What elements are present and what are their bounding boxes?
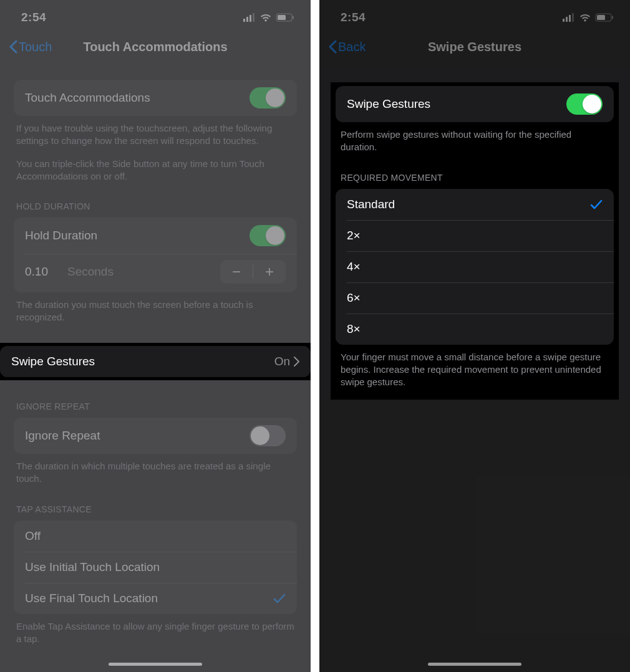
- left-screenshot: 2:54 Touch Touch Accommodations Touch A: [0, 0, 311, 672]
- footer-text: The duration in which multiple touches a…: [14, 454, 297, 486]
- swipe-gestures-toggle-group: Swipe Gestures: [336, 86, 614, 122]
- section-header: TAP ASSISTANCE: [14, 486, 297, 521]
- row-value: On: [274, 355, 290, 368]
- tap-assist-option[interactable]: Use Initial Touch Location: [14, 552, 297, 583]
- toggle-on-icon[interactable]: [566, 94, 603, 115]
- hold-duration-group: Hold Duration 0.10 Seconds − +: [14, 218, 297, 292]
- movement-option[interactable]: 8×: [336, 314, 614, 345]
- svg-rect-1: [246, 17, 248, 22]
- row-label: Touch Accommodations: [25, 91, 250, 105]
- section-header: HOLD DURATION: [14, 183, 297, 218]
- stepper: − +: [220, 260, 286, 284]
- svg-rect-8: [566, 17, 568, 22]
- row-label: Off: [25, 529, 286, 543]
- checkmark-icon: [273, 593, 286, 604]
- svg-rect-3: [253, 13, 254, 22]
- status-time: 2:54: [341, 11, 366, 24]
- hold-duration-value: 0.10: [25, 265, 61, 279]
- required-movement-group: Standard 2× 4× 6× 8×: [336, 189, 614, 345]
- cellular-icon: [243, 13, 256, 22]
- back-button[interactable]: Back: [328, 40, 366, 54]
- nav-bar: Touch Touch Accommodations: [0, 30, 311, 64]
- status-time: 2:54: [21, 11, 46, 24]
- movement-option[interactable]: 2×: [336, 220, 614, 251]
- hold-duration-unit: Seconds: [61, 265, 220, 279]
- ignore-repeat-group: Ignore Repeat: [14, 418, 297, 454]
- footer-text: If you have trouble using the touchscree…: [14, 116, 297, 148]
- footer-text: Your finger must move a small distance b…: [336, 345, 614, 389]
- home-indicator[interactable]: [109, 663, 202, 666]
- nav-title: Swipe Gestures: [319, 40, 630, 54]
- battery-icon: [276, 13, 294, 22]
- chevron-left-icon: [328, 40, 337, 54]
- footer-text: The duration you must touch the screen b…: [14, 292, 297, 324]
- touch-accommodations-group: Touch Accommodations: [14, 80, 297, 116]
- touch-accommodations-toggle-row[interactable]: Touch Accommodations: [14, 80, 297, 116]
- tap-assistance-group: Off Use Initial Touch Location Use Final…: [14, 521, 297, 614]
- section-header: REQUIRED MOVEMENT: [336, 154, 614, 189]
- chevron-right-icon: [294, 357, 299, 367]
- swipe-gestures-toggle-row[interactable]: Swipe Gestures: [336, 86, 614, 122]
- swipe-gestures-group: Swipe Gestures On: [0, 346, 311, 377]
- right-screenshot: 2:54 Back Swipe Gestures Swipe: [319, 0, 630, 672]
- hold-duration-toggle-row[interactable]: Hold Duration: [14, 218, 297, 254]
- hold-duration-stepper-row: 0.10 Seconds − +: [14, 254, 297, 292]
- row-label: 2×: [347, 229, 603, 242]
- svg-rect-10: [572, 13, 574, 22]
- row-label: Use Initial Touch Location: [25, 560, 286, 574]
- svg-rect-13: [612, 16, 613, 19]
- back-label: Touch: [19, 40, 52, 54]
- svg-rect-0: [243, 19, 245, 22]
- status-bar: 2:54: [319, 0, 630, 30]
- back-label: Back: [338, 40, 366, 54]
- svg-rect-6: [293, 16, 294, 19]
- row-label: Use Final Touch Location: [25, 592, 273, 605]
- toggle-on-icon[interactable]: [250, 225, 286, 246]
- row-label: 8×: [347, 322, 603, 336]
- stepper-minus-button[interactable]: −: [220, 260, 253, 284]
- movement-option[interactable]: Standard: [336, 189, 614, 220]
- row-label: Standard: [347, 198, 590, 211]
- row-label: 6×: [347, 291, 603, 305]
- row-label: Hold Duration: [25, 229, 250, 242]
- swipe-gestures-row[interactable]: Swipe Gestures On: [0, 346, 311, 377]
- movement-option[interactable]: 4×: [336, 251, 614, 282]
- footer-text: Perform swipe gestures without waiting f…: [336, 122, 614, 154]
- footer-text: Enable Tap Assistance to allow any singl…: [14, 614, 297, 646]
- svg-rect-9: [569, 15, 571, 22]
- svg-rect-2: [250, 15, 251, 22]
- toggle-off-icon[interactable]: [250, 425, 286, 446]
- wifi-icon: [579, 13, 591, 22]
- stepper-plus-button[interactable]: +: [253, 260, 286, 284]
- nav-bar: Back Swipe Gestures: [319, 30, 630, 64]
- toggle-on-icon[interactable]: [250, 87, 286, 108]
- row-label: Ignore Repeat: [25, 429, 250, 443]
- movement-option[interactable]: 6×: [336, 282, 614, 314]
- ignore-repeat-toggle-row[interactable]: Ignore Repeat: [14, 418, 297, 454]
- svg-rect-12: [597, 15, 605, 20]
- row-label: 4×: [347, 260, 603, 274]
- row-label: Swipe Gestures: [347, 97, 566, 111]
- section-header: IGNORE REPEAT: [14, 383, 297, 418]
- status-bar: 2:54: [0, 0, 311, 30]
- battery-icon: [595, 13, 614, 22]
- wifi-icon: [259, 13, 272, 22]
- svg-rect-7: [563, 19, 565, 22]
- home-indicator[interactable]: [428, 663, 521, 666]
- cellular-icon: [563, 13, 575, 22]
- svg-rect-5: [278, 15, 286, 20]
- row-label: Swipe Gestures: [11, 355, 274, 368]
- footer-text: You can triple-click the Side button at …: [14, 148, 297, 183]
- tap-assist-option[interactable]: Off: [14, 521, 297, 552]
- checkmark-icon: [590, 199, 603, 210]
- back-button[interactable]: Touch: [9, 40, 52, 54]
- chevron-left-icon: [9, 40, 17, 54]
- tap-assist-option[interactable]: Use Final Touch Location: [14, 583, 297, 614]
